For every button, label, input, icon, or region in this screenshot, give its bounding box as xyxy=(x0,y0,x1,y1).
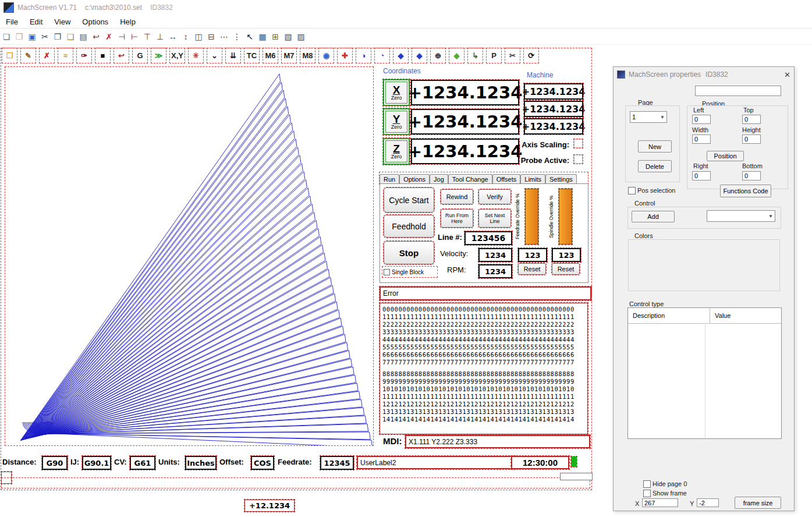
select-pointer-icon[interactable]: ↖ xyxy=(244,31,256,43)
pos-selection-checkbox[interactable] xyxy=(628,187,636,194)
multi-step-down-icon[interactable]: ⇊ xyxy=(226,48,240,63)
bottom-field[interactable]: 0 xyxy=(742,171,761,180)
align-left-icon[interactable]: ⊣ xyxy=(116,31,127,43)
control-type-table[interactable]: Description Value xyxy=(627,307,782,439)
menu-item[interactable]: Edit xyxy=(24,16,48,27)
axis-diamond-icon[interactable]: ◆ xyxy=(412,48,427,63)
open-screen-icon[interactable]: ❒ xyxy=(2,48,17,63)
close-icon[interactable]: ✕ xyxy=(784,70,790,79)
flip-icon[interactable]: ↳ xyxy=(468,48,483,63)
regen-icon[interactable]: ⟳ xyxy=(524,48,538,63)
center-horizontal-icon[interactable]: ◫ xyxy=(193,31,204,43)
zero-y-button[interactable]: Y Zero xyxy=(383,108,410,135)
add-button[interactable]: Add xyxy=(632,211,675,222)
center-vertical-icon[interactable]: ⊟ xyxy=(205,31,217,43)
tab-order-icon[interactable]: ⊞ xyxy=(270,31,281,43)
jog-diamond-icon[interactable]: ◆ xyxy=(393,48,408,63)
spindle-reset-button[interactable]: Reset xyxy=(552,263,580,275)
zero-z-button[interactable]: Z Zero xyxy=(383,138,410,165)
delete-button[interactable]: Delete xyxy=(638,160,672,172)
same-height-icon[interactable]: ↕ xyxy=(180,31,192,43)
verify-shield-icon[interactable]: ◆ xyxy=(449,48,464,63)
feed-orb-icon[interactable]: ◑ xyxy=(356,48,371,63)
axis-scaling-led[interactable] xyxy=(574,139,583,148)
single-block-checkbox[interactable] xyxy=(384,269,390,275)
space-down-icon[interactable]: ⋮ xyxy=(231,31,243,43)
gcode-icon[interactable]: G xyxy=(133,48,147,63)
grid-icon[interactable]: ▦ xyxy=(257,31,268,43)
height-field[interactable]: 0 xyxy=(742,134,761,144)
x-pos-field[interactable]: 267 xyxy=(642,498,678,507)
send-to-back-icon[interactable]: ▨ xyxy=(295,31,307,43)
small-dro-field[interactable]: +12.1234 xyxy=(244,500,295,512)
target-icon[interactable]: ⊕ xyxy=(431,48,445,63)
close-screen-icon[interactable]: ✗ xyxy=(40,48,54,63)
control-select[interactable]: ▼ xyxy=(707,210,775,222)
tab[interactable]: Limits xyxy=(520,174,545,184)
set-next-line-button[interactable]: Set Next Line xyxy=(478,209,511,228)
cycle-start-button[interactable]: Cycle Start xyxy=(384,187,434,213)
edit-screen-icon[interactable]: ✎ xyxy=(21,48,36,63)
mdi-input[interactable]: X1.111 Y2.222 Z3.333 xyxy=(405,435,590,448)
toolpath-display[interactable] xyxy=(5,66,374,446)
paste-icon[interactable]: ❑ xyxy=(65,31,76,43)
print-icon[interactable]: ▤ xyxy=(77,31,89,43)
undo-red-icon[interactable]: ↩ xyxy=(114,48,129,63)
new-file-icon[interactable]: ❏ xyxy=(1,31,12,43)
align-top-icon[interactable]: ⊤ xyxy=(141,31,153,43)
delete-icon[interactable]: ✗ xyxy=(103,31,115,43)
tab[interactable]: Settings xyxy=(545,174,577,184)
m8-icon[interactable]: M8 xyxy=(300,48,315,63)
line-number-field[interactable]: 123456 xyxy=(464,231,512,245)
run-from-here-button[interactable]: Run From Here xyxy=(441,209,473,228)
feedhold-button[interactable]: Feedhold xyxy=(384,215,434,238)
menu-item[interactable]: View xyxy=(48,16,76,27)
menu-item[interactable]: Options xyxy=(76,16,114,27)
bring-to-front-icon[interactable]: ▧ xyxy=(282,31,294,43)
rewind-button[interactable]: Rewind xyxy=(441,189,473,204)
dro-z[interactable]: +1234.1234 xyxy=(411,139,519,164)
verify-button[interactable]: Verify xyxy=(478,189,511,204)
camera-icon[interactable]: ◉ xyxy=(319,48,334,63)
tool-change-icon[interactable]: TC xyxy=(244,48,259,63)
properties-title-bar[interactable]: MachScreen properties ID3832 ✕ xyxy=(614,67,794,82)
wizard-icon[interactable]: ≫ xyxy=(151,48,166,63)
tab[interactable]: Options xyxy=(399,174,430,184)
gcode-list[interactable]: 0000000000000000000000000000000000000000… xyxy=(380,303,588,434)
tab[interactable]: Tool Change xyxy=(448,174,492,184)
save-icon[interactable]: ▣ xyxy=(26,31,38,43)
tab[interactable]: Offsets xyxy=(492,174,521,184)
feedrate-reset-button[interactable]: Reset xyxy=(518,263,546,275)
copy-icon[interactable]: ❐ xyxy=(52,31,63,43)
cross-icon[interactable]: ✚ xyxy=(338,48,352,63)
spindle-override-slider[interactable] xyxy=(559,189,572,245)
cut-icon[interactable]: ✂ xyxy=(39,31,51,43)
left-field[interactable]: 0 xyxy=(692,115,711,124)
dro-y[interactable]: +1234.1234 xyxy=(411,109,519,134)
signal-icon[interactable]: ≈ xyxy=(58,48,73,63)
width-field[interactable]: 0 xyxy=(692,134,711,144)
undo-icon[interactable]: ↩ xyxy=(90,31,102,43)
tab[interactable]: Jog xyxy=(430,174,448,184)
feedrate-override-slider[interactable] xyxy=(525,189,538,245)
new-button[interactable]: New xyxy=(638,140,672,153)
show-frame-checkbox[interactable] xyxy=(643,490,651,497)
fill-black-icon[interactable]: ■ xyxy=(95,48,110,63)
dro-x[interactable]: +1234.1234 xyxy=(411,80,519,105)
position-button[interactable]: Position xyxy=(707,151,744,161)
tab[interactable]: Run xyxy=(380,174,399,184)
probe-active-led[interactable] xyxy=(574,155,583,164)
m7-icon[interactable]: M7 xyxy=(282,48,296,63)
menu-item[interactable]: File xyxy=(0,16,24,27)
xy-coords-icon[interactable]: X,Y xyxy=(170,48,185,63)
bottom-strip-element[interactable] xyxy=(1,477,590,488)
space-across-icon[interactable]: ⋯ xyxy=(218,31,230,43)
m6-icon[interactable]: M6 xyxy=(263,48,278,63)
hide-page-checkbox[interactable] xyxy=(643,480,651,488)
frame-size-button[interactable]: frame size xyxy=(735,497,781,509)
align-bottom-icon[interactable]: ⊥ xyxy=(154,31,166,43)
right-field[interactable]: 0 xyxy=(692,171,711,180)
align-right-icon[interactable]: ⊢ xyxy=(129,31,140,43)
functions-code-button[interactable]: Functions Code xyxy=(720,185,771,197)
top-field[interactable]: 0 xyxy=(742,115,761,124)
